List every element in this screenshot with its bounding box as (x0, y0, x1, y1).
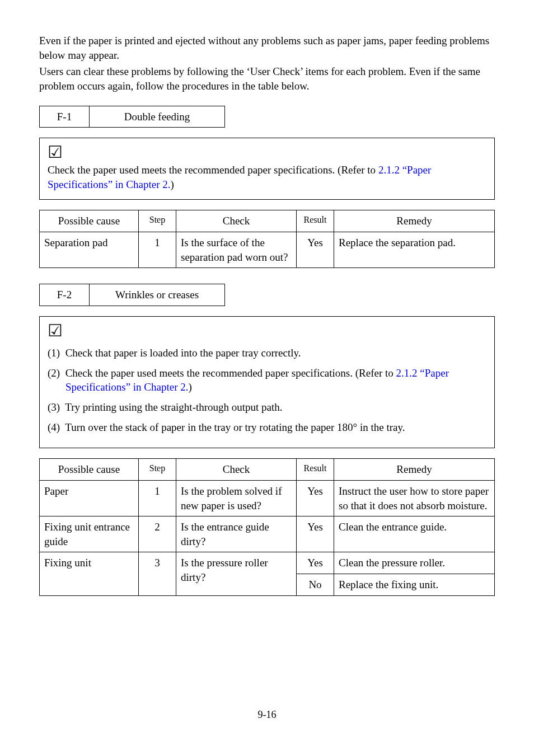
cell-check: Is the problem solved if new paper is us… (176, 480, 297, 516)
check-mark-icon: ☑ (48, 144, 63, 161)
cell-cause: Paper (40, 480, 139, 516)
cell-result: No (297, 574, 334, 596)
check-item-1: (1) Check that paper is loaded into the … (48, 346, 486, 360)
code-f2: F-2 (40, 284, 90, 306)
cell-remedy: Clean the entrance guide. (334, 516, 495, 552)
intro-paragraph-1: Even if the paper is printed and ejected… (39, 34, 495, 62)
cell-check: Is the entrance guide dirty? (176, 516, 297, 552)
code-title-f2: Wrinkles or creases (90, 284, 224, 306)
cell-remedy: Replace the fixing unit. (334, 574, 495, 596)
table-row: Fixing unit 3 Is the pressure roller dir… (40, 552, 495, 574)
cell-remedy: Instruct the user how to store paper so … (334, 480, 495, 516)
intro-paragraph-2: Users can clear these problems by follow… (39, 64, 495, 93)
th-cause: Possible cause (40, 210, 139, 232)
check-item-4: (4) Turn over the stack of paper in the … (48, 420, 486, 435)
code-title-f1: Double feeding (90, 106, 224, 128)
cell-step: 2 (139, 516, 176, 552)
cell-cause: Fixing unit entrance guide (40, 516, 139, 552)
table-f2: Possible cause Step Check Result Remedy … (39, 458, 495, 595)
th-result: Result (297, 459, 334, 481)
th-step: Step (139, 210, 176, 232)
check-item-2: (2) Check the paper used meets the recom… (48, 366, 486, 395)
check-text-f1: Check the paper used meets the recommend… (48, 163, 486, 191)
cell-cause: Fixing unit (40, 552, 139, 595)
th-check: Check (176, 210, 297, 232)
cell-result: Yes (297, 516, 334, 552)
cell-result: Yes (297, 552, 334, 574)
table-row: Paper 1 Is the problem solved if new pap… (40, 480, 495, 516)
cell-remedy: Clean the pressure roller. (334, 552, 495, 574)
cell-check: Is the pressure roller dirty? (176, 552, 297, 595)
user-check-box-f2: ☑ (1) Check that paper is loaded into th… (39, 316, 495, 448)
th-result: Result (297, 210, 334, 232)
cell-result: Yes (297, 480, 334, 516)
table-f1: Possible cause Step Check Result Remedy … (39, 210, 495, 268)
table-row: Fixing unit entrance guide 2 Is the entr… (40, 516, 495, 552)
user-check-box-f1: ☑ Check the paper used meets the recomme… (39, 138, 495, 200)
cell-remedy: Replace the separation pad. (334, 232, 495, 268)
th-remedy: Remedy (334, 459, 495, 481)
th-check: Check (176, 459, 297, 481)
code-box-f1: F-1 Double feeding (39, 106, 225, 128)
check-mark-icon: ☑ (48, 322, 63, 339)
cell-result: Yes (297, 232, 334, 268)
th-cause: Possible cause (40, 459, 139, 481)
cell-cause: Separation pad (40, 232, 139, 268)
code-f1: F-1 (40, 106, 90, 128)
th-remedy: Remedy (334, 210, 495, 232)
cell-check: Is the surface of the separation pad wor… (176, 232, 297, 268)
cell-step: 3 (139, 552, 176, 595)
th-step: Step (139, 459, 176, 481)
page-number: 9-16 (39, 708, 495, 721)
check-item-3: (3) Try printing using the straight-thro… (48, 400, 486, 415)
code-box-f2: F-2 Wrinkles or creases (39, 284, 225, 306)
table-row: Separation pad 1 Is the surface of the s… (40, 232, 495, 268)
cell-step: 1 (139, 232, 176, 268)
cell-step: 1 (139, 480, 176, 516)
